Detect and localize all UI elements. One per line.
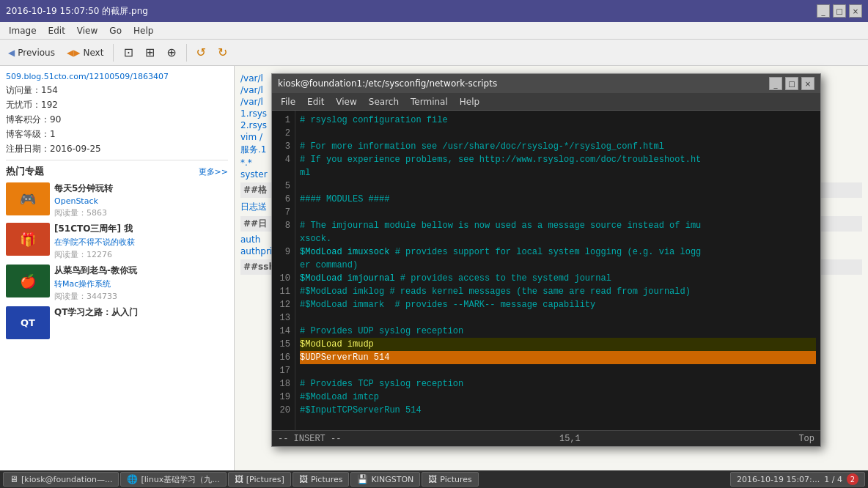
topic-icon-2: 🎁: [20, 232, 36, 247]
title-bar-buttons: _ □ ×: [817, 4, 862, 18]
line-num-1: 1: [272, 114, 295, 127]
fit-window-button[interactable]: ⊞: [140, 42, 160, 63]
terminal-title: kiosk@foundation1:/etc/sysconfig/network…: [278, 78, 497, 89]
menu-edit[interactable]: Edit: [43, 24, 71, 37]
topic-reads-3: 阅读量：344733: [54, 291, 228, 302]
rotate-ccw-button[interactable]: ↺: [191, 42, 211, 63]
terminal-minimize-button[interactable]: _: [769, 77, 782, 90]
terminal-menu-terminal[interactable]: Terminal: [405, 95, 454, 108]
toolbar-separator: [113, 44, 114, 62]
zoom-in-icon: ⊕: [166, 45, 176, 59]
register-date: 注册日期：2016-09-25: [6, 143, 228, 155]
image-viewer-menu-bar: Image Edit View Go Help: [0, 22, 868, 40]
close-button[interactable]: ×: [849, 4, 862, 18]
menu-view[interactable]: View: [71, 24, 103, 37]
visit-count: 访问量：154: [6, 84, 228, 97]
line-num-8: 8: [272, 219, 295, 232]
topic-name-2: [51CTO三周年] 我: [54, 223, 228, 235]
previous-button[interactable]: ◀ Previous: [3, 42, 60, 63]
line-num-11: 11: [272, 285, 295, 298]
zoom-in-button[interactable]: ⊕: [161, 42, 181, 63]
code-content[interactable]: # rsyslog configuration file # For more …: [295, 111, 820, 430]
taskbar-pictures-3-label: Pictures: [440, 475, 472, 484]
prev-label: Previous: [18, 48, 55, 58]
code-line-8b: xsock.: [300, 232, 816, 245]
taskbar-item-pictures-3[interactable]: 🖼 Pictures: [422, 472, 479, 487]
menu-help[interactable]: Help: [128, 24, 159, 37]
taskbar-item-terminal[interactable]: 🖥 [kiosk@foundation—...: [3, 472, 119, 487]
terminal-window: kiosk@foundation1:/etc/sysconfig/network…: [271, 73, 821, 447]
topic-img-4: QT: [6, 306, 50, 339]
line-num-5: 5: [272, 180, 295, 193]
menu-image[interactable]: Image: [3, 24, 43, 37]
sidebar: 509.blog.51cto.com/12100509/1863407 访问量：…: [0, 66, 235, 475]
terminal-menu-search[interactable]: Search: [363, 95, 405, 108]
topic-icon-3: 🍎: [20, 273, 36, 289]
code-line-16: $UDPServerRun 514: [300, 351, 816, 364]
code-line-15: $ModLoad imudp: [300, 338, 816, 351]
taskbar-clock[interactable]: 2016-10-19 15:07:... 1 / 4 2: [730, 472, 865, 487]
code-line-9b: er command): [300, 259, 816, 272]
terminal-menu-file[interactable]: File: [275, 95, 301, 108]
taskbar-item-pictures-1[interactable]: 🖼 [Pictures]: [228, 472, 291, 487]
code-line-8a: # The imjournal module bellow is now use…: [300, 219, 816, 232]
line-num-8b: 8: [272, 232, 295, 245]
terminal-menu-help[interactable]: Help: [454, 95, 485, 108]
taskbar-pictures-3-icon: 🖼: [428, 474, 437, 484]
terminal-menu-view[interactable]: View: [330, 95, 362, 108]
topic-info-2: [51CTO三周年] 我 在学院不得不说的收获 阅读量：12276: [54, 223, 228, 260]
code-line-19: #$ModLoad imtcp: [300, 391, 816, 404]
topic-item-1[interactable]: 🎮 每天5分钟玩转 OpenStack 阅读量：5863: [6, 182, 228, 218]
topic-subtitle-2[interactable]: 在学院不得不说的收获: [54, 237, 228, 248]
topic-item-3[interactable]: 🍎 从菜鸟到老鸟-教你玩 转Mac操作系统 阅读量：344733: [6, 265, 228, 302]
line-num-9: 9: [272, 245, 295, 259]
code-line-11: #$ModLoad imklog # reads kernel messages…: [300, 285, 816, 298]
vim-position: 15,1: [559, 434, 581, 444]
topic-item-2[interactable]: 🎁 [51CTO三周年] 我 在学院不得不说的收获 阅读量：12276: [6, 223, 228, 260]
line-num-14: 14: [272, 325, 295, 338]
minimize-button[interactable]: _: [817, 4, 830, 18]
topic-subtitle-3[interactable]: 转Mac操作系统: [54, 278, 228, 289]
more-link[interactable]: 更多>>: [199, 166, 228, 177]
taskbar-browser-icon: 🌐: [127, 474, 138, 484]
taskbar-terminal-label: [kiosk@foundation—...: [21, 475, 112, 484]
menu-go[interactable]: Go: [103, 24, 128, 37]
image-viewer-toolbar: ◀ Previous ◀▶ Next ⊡ ⊞ ⊕ ↺ ↻: [0, 40, 868, 66]
original-size-button[interactable]: ⊡: [118, 42, 138, 63]
image-title: 2016-10-19 15:07:50 的截屏.png: [6, 5, 148, 18]
code-line-4b: ml: [300, 166, 816, 180]
toolbar-separator-2: [186, 44, 187, 62]
terminal-body[interactable]: 1 2 3 4 4 5 6 7 8 8 9 9 10 11 12 13 14 1…: [272, 111, 820, 430]
code-line-14: # Provides UDP syslog reception: [300, 325, 816, 338]
terminal-menu-edit[interactable]: Edit: [301, 95, 330, 108]
terminal-maximize-button[interactable]: □: [785, 77, 798, 90]
next-button[interactable]: ◀▶ Next: [62, 42, 108, 63]
code-line-1: # rsyslog configuration file: [300, 114, 816, 127]
topic-item-4[interactable]: QT QT学习之路：从入门: [6, 306, 228, 339]
taskbar-terminal-icon: 🖥: [10, 474, 18, 484]
taskbar-item-kingston[interactable]: 💾 KINGSTON: [350, 472, 420, 487]
taskbar-item-pictures-2[interactable]: 🖼 Pictures: [293, 472, 350, 487]
line-numbers: 1 2 3 4 4 5 6 7 8 8 9 9 10 11 12 13 14 1…: [272, 111, 295, 430]
taskbar-item-browser[interactable]: 🌐 [linux基础学习（九...: [120, 472, 226, 487]
taskbar-pictures-2-label: Pictures: [311, 475, 343, 484]
code-line-5: [300, 180, 816, 193]
terminal-close-button[interactable]: ×: [801, 77, 814, 90]
fit-icon: ⊞: [145, 45, 155, 59]
terminal-title-buttons: _ □ ×: [769, 77, 814, 90]
topic-name-3: 从菜鸟到老鸟-教你玩: [54, 265, 228, 277]
next-label: Next: [83, 48, 103, 58]
topic-subtitle-1[interactable]: OpenStack: [54, 196, 228, 206]
taskbar-pictures-2-icon: 🖼: [299, 474, 308, 484]
taskbar-kingston-label: KINGSTON: [371, 475, 413, 484]
topic-name-4: QT学习之路：从入门: [54, 306, 228, 319]
line-num-7: 7: [272, 206, 295, 219]
sidebar-url[interactable]: 509.blog.51cto.com/12100509/1863407: [6, 72, 228, 81]
maximize-button[interactable]: □: [833, 4, 846, 18]
line-num-4: 4: [272, 153, 295, 166]
topic-name-1: 每天5分钟玩转: [54, 182, 228, 195]
topic-info-3: 从菜鸟到老鸟-教你玩 转Mac操作系统 阅读量：344733: [54, 265, 228, 302]
rotate-cw-button[interactable]: ↻: [213, 42, 232, 63]
code-line-6: #### MODULES ####: [300, 193, 816, 206]
taskbar-datetime: 2016-10-19 15:07:...: [737, 475, 820, 484]
